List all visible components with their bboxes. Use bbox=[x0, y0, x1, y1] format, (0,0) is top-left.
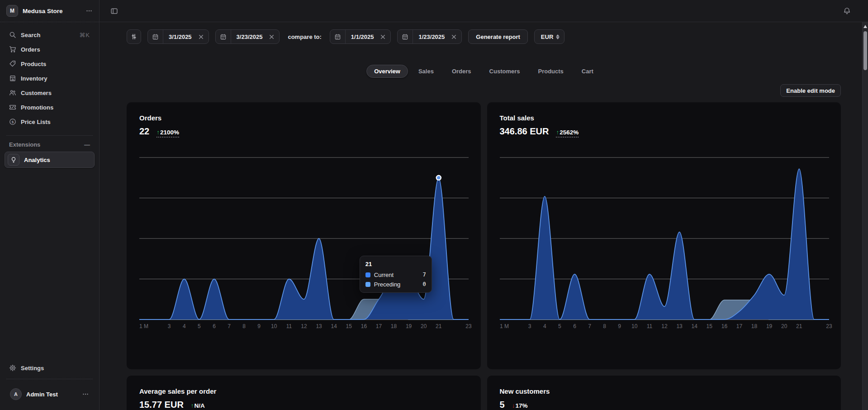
sidebar-item-label: Analytics bbox=[24, 157, 50, 163]
svg-text:4: 4 bbox=[543, 323, 546, 329]
svg-text:16: 16 bbox=[361, 323, 367, 329]
close-icon bbox=[451, 34, 457, 40]
sidebar-item-inventory[interactable]: Inventory bbox=[5, 71, 95, 86]
svg-text:14: 14 bbox=[331, 323, 337, 329]
svg-text:15: 15 bbox=[346, 323, 352, 329]
gear-icon bbox=[9, 364, 16, 372]
divider bbox=[6, 379, 93, 379]
calendar-icon bbox=[148, 30, 163, 43]
store-name: Medusa Store bbox=[23, 8, 81, 14]
user-menu-button[interactable] bbox=[82, 391, 89, 398]
tab-products[interactable]: Products bbox=[531, 65, 571, 78]
delta-badge[interactable]: ↑2100% bbox=[157, 129, 179, 138]
sidebar-item-settings[interactable]: Settings bbox=[5, 361, 95, 375]
clear-date-end-button[interactable] bbox=[268, 34, 279, 40]
svg-text:3: 3 bbox=[168, 323, 171, 329]
compare-to-label: compare to: bbox=[288, 33, 321, 40]
user-name: Admin Test bbox=[26, 391, 77, 398]
delta-value: 17% bbox=[515, 402, 527, 409]
extensions-collapse-button[interactable]: — bbox=[84, 141, 90, 148]
currency-select[interactable]: EUR bbox=[534, 29, 564, 44]
sidebar-item-search[interactable]: Search ⌘K bbox=[5, 28, 95, 42]
sidebar-item-orders[interactable]: Orders bbox=[5, 42, 95, 57]
enable-edit-mode-button[interactable]: Enable edit mode bbox=[780, 84, 841, 97]
svg-text:$: $ bbox=[12, 120, 14, 124]
notifications-button[interactable] bbox=[843, 7, 851, 15]
date-start-picker[interactable]: 3/1/2025 bbox=[147, 29, 209, 44]
trend-up-icon: ↑ bbox=[157, 129, 160, 136]
tab-sales[interactable]: Sales bbox=[411, 65, 441, 78]
extensions-section-header: Extensions — bbox=[0, 140, 99, 152]
orders-chart[interactable]: 1 M345678910111213141516171819202123 21 … bbox=[139, 153, 469, 330]
user-menu[interactable]: A Admin Test bbox=[5, 383, 95, 405]
tab-orders[interactable]: Orders bbox=[444, 65, 479, 78]
svg-text:9: 9 bbox=[618, 323, 621, 329]
panel-toggle-icon bbox=[110, 7, 118, 15]
clear-compare-end-button[interactable] bbox=[450, 34, 461, 40]
close-icon bbox=[198, 34, 204, 40]
close-icon bbox=[380, 34, 386, 40]
svg-text:4: 4 bbox=[183, 323, 186, 329]
topbar bbox=[100, 0, 868, 22]
sidebar-toggle-button[interactable] bbox=[110, 7, 118, 15]
compare-start-picker[interactable]: 1/1/2025 bbox=[330, 29, 391, 44]
sidebar-item-products[interactable]: Products bbox=[5, 57, 95, 71]
scroll-up-arrow-icon[interactable] bbox=[863, 25, 867, 28]
svg-text:12: 12 bbox=[301, 323, 307, 329]
svg-text:10: 10 bbox=[631, 323, 638, 329]
sidebar-item-customers[interactable]: Customers bbox=[5, 86, 95, 100]
sidebar-item-label: Inventory bbox=[21, 75, 47, 82]
delta-value: N/A bbox=[194, 402, 205, 409]
trend-up-icon: ↑ bbox=[191, 402, 194, 409]
svg-text:18: 18 bbox=[391, 323, 397, 329]
delta-value: 2562% bbox=[560, 129, 579, 136]
svg-text:6: 6 bbox=[573, 323, 576, 329]
compare-end-picker[interactable]: 1/23/2025 bbox=[397, 29, 462, 44]
search-icon bbox=[9, 31, 16, 38]
tab-overview[interactable]: Overview bbox=[366, 65, 408, 78]
edit-row: Enable edit mode bbox=[127, 84, 841, 97]
divider bbox=[6, 135, 93, 136]
delta-badge[interactable]: ↓17% bbox=[512, 402, 528, 410]
analytics-icon-box bbox=[8, 154, 19, 166]
card-title: Total sales bbox=[500, 114, 830, 122]
tab-cart[interactable]: Cart bbox=[574, 65, 601, 78]
delta-badge[interactable]: ↑N/A bbox=[191, 402, 205, 410]
svg-text:7: 7 bbox=[588, 323, 591, 329]
store-logo: M bbox=[6, 5, 18, 17]
sidebar-item-price-lists[interactable]: $ Price Lists bbox=[5, 114, 95, 129]
trend-up-icon: ↑ bbox=[556, 129, 559, 136]
generate-report-button[interactable]: Generate report bbox=[468, 29, 528, 44]
svg-text:17: 17 bbox=[376, 323, 382, 329]
sidebar-item-promotions[interactable]: Promotions bbox=[5, 100, 95, 114]
main-area: 3/1/2025 3/23/2025 compare to: bbox=[100, 0, 868, 410]
clear-compare-start-button[interactable] bbox=[379, 34, 390, 40]
new-customers-card: New customers 5 ↓17% bbox=[487, 376, 841, 410]
date-end-picker[interactable]: 3/23/2025 bbox=[215, 29, 280, 44]
svg-text:8: 8 bbox=[603, 323, 606, 329]
store-menu-button[interactable] bbox=[85, 7, 93, 14]
svg-text:8: 8 bbox=[242, 323, 246, 329]
total-sales-chart[interactable]: 1 M345678910111213141516171819202123 bbox=[500, 153, 830, 330]
sidebar-item-label: Promotions bbox=[21, 104, 53, 111]
tooltip-label: Current bbox=[374, 272, 419, 278]
delta-badge[interactable]: ↑2562% bbox=[556, 129, 579, 138]
store-header[interactable]: M Medusa Store bbox=[0, 0, 99, 22]
ellipsis-icon bbox=[85, 7, 93, 14]
filters-button[interactable] bbox=[127, 29, 141, 44]
content: 3/1/2025 3/23/2025 compare to: bbox=[100, 22, 868, 410]
svg-text:11: 11 bbox=[646, 323, 652, 329]
sidebar-item-analytics[interactable]: Analytics bbox=[5, 152, 95, 168]
svg-text:15: 15 bbox=[706, 323, 712, 329]
tab-customers[interactable]: Customers bbox=[482, 65, 528, 78]
clear-date-start-button[interactable] bbox=[197, 34, 209, 40]
building-icon bbox=[9, 75, 16, 82]
vertical-scrollbar[interactable] bbox=[862, 22, 868, 410]
average-sales-card: Average sales per order 15.77 EUR ↑N/A bbox=[127, 376, 481, 410]
svg-text:3: 3 bbox=[528, 323, 531, 329]
scrollbar-thumb[interactable] bbox=[863, 31, 867, 70]
tag-icon bbox=[9, 60, 16, 67]
select-chevrons-icon bbox=[556, 34, 560, 39]
svg-text:1 M: 1 M bbox=[500, 323, 509, 329]
bell-icon bbox=[843, 7, 851, 15]
